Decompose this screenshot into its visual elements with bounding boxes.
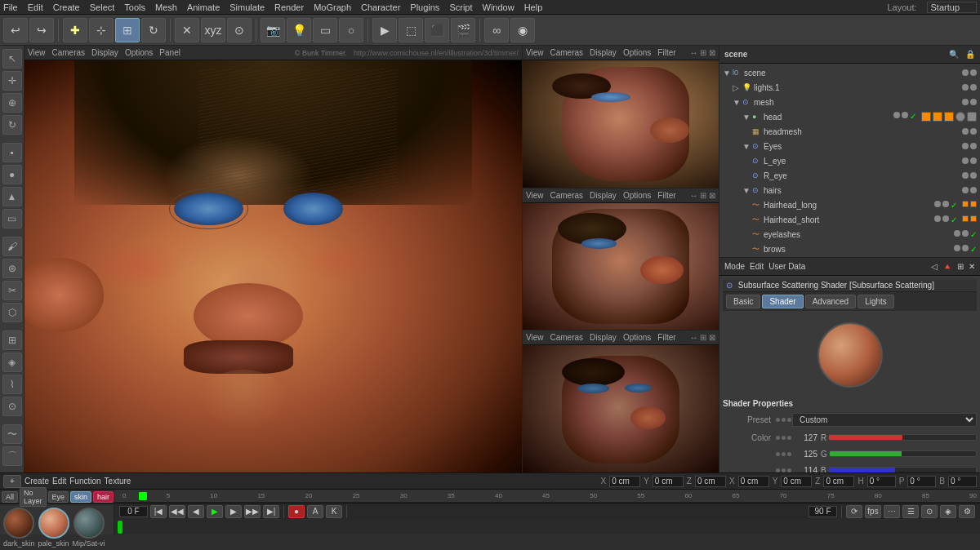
tab-lights[interactable]: Lights <box>858 295 894 308</box>
y2-input[interactable]: 0 cm <box>781 476 812 487</box>
ltool-cone[interactable]: ▲ <box>2 187 22 206</box>
p-input[interactable]: 0 ° <box>907 476 936 487</box>
btn-key[interactable]: K <box>326 505 342 518</box>
vp-panel[interactable]: Panel <box>159 48 180 57</box>
function-label[interactable]: Function <box>69 477 100 486</box>
tree-item-mesh[interactable]: ▼ ⊙ mesh <box>719 95 980 109</box>
main-viewport[interactable]: View Cameras Display Options Panel © Bun… <box>24 46 523 472</box>
btn-more[interactable]: ⋯ <box>884 505 900 518</box>
tab-basic[interactable]: Basic <box>726 295 760 308</box>
vp-mr-view[interactable]: View <box>526 191 544 200</box>
tree-item-lights[interactable]: ▷ 💡 lights.1 <box>719 80 980 95</box>
tl-add-layer[interactable]: + <box>3 475 21 488</box>
toolbar-undo[interactable]: ↩ <box>3 18 28 42</box>
tree-arrow-hairs[interactable]: ▼ <box>742 186 752 195</box>
ltool-curve[interactable]: 〜 <box>2 424 22 444</box>
z2-input[interactable]: 0 cm <box>823 476 854 487</box>
tab-advanced[interactable]: Advanced <box>805 295 856 308</box>
ltool-plane[interactable]: ▭ <box>2 209 22 228</box>
btn-next-frame[interactable]: ▶ <box>225 505 242 518</box>
btn-goto-end[interactable]: ▶| <box>263 505 279 518</box>
edit-label[interactable]: Edit <box>750 262 764 271</box>
menu-mesh[interactable]: Mesh <box>155 2 177 12</box>
menu-simulate[interactable]: Simulate <box>229 2 265 12</box>
filter-hair[interactable]: hair <box>93 491 114 503</box>
filter-skin[interactable]: skin <box>70 491 91 503</box>
tree-item-hairlong[interactable]: 〜 Hairhead_long ✓ <box>719 197 980 212</box>
btn-play[interactable]: ▶ <box>207 505 223 518</box>
tree-arrow-mesh[interactable]: ▼ <box>733 98 742 107</box>
props-icon2[interactable]: ⊞ <box>957 262 964 271</box>
tree-item-hairs[interactable]: ▼ ⊙ hairs <box>719 183 980 197</box>
vp-tr-view[interactable]: View <box>526 48 544 57</box>
g-slider[interactable] <box>829 450 977 457</box>
vp-display[interactable]: Display <box>91 48 118 57</box>
user-data-label[interactable]: User Data <box>768 262 805 271</box>
viewport-bottom-right[interactable]: View Cameras Display Options Filter ↔ ⊞ … <box>523 330 719 472</box>
toolbar-render-region[interactable]: ⬚ <box>399 18 423 42</box>
r-slider[interactable] <box>828 434 977 441</box>
filter-eye[interactable]: Eye <box>48 491 69 503</box>
toolbar-motion[interactable]: ◉ <box>510 18 535 42</box>
ltool-magnet[interactable]: ⊛ <box>2 259 22 278</box>
create-label[interactable]: Create <box>24 477 49 486</box>
menu-window[interactable]: Window <box>483 2 514 12</box>
menu-render[interactable]: Render <box>274 2 304 12</box>
vp-mr-display[interactable]: Display <box>590 191 617 200</box>
ltool-weld[interactable]: ⊙ <box>2 397 22 416</box>
tree-item-brows[interactable]: 〜 brows ✓ <box>719 242 980 256</box>
ltool-sphere[interactable]: ● <box>2 165 22 184</box>
menu-file[interactable]: File <box>3 2 18 12</box>
tree-item-hairshort[interactable]: 〜 Hairhead_short ✓ <box>719 212 980 227</box>
vp-tr-filter[interactable]: Filter <box>657 48 675 57</box>
btn-next-key[interactable]: ▶▶ <box>244 505 261 518</box>
toolbar-axis[interactable]: xyz <box>201 18 225 42</box>
vp-tr-options[interactable]: Options <box>623 48 651 57</box>
toolbar-move[interactable]: ⊹ <box>89 18 114 42</box>
btn-motion[interactable]: ⊙ <box>921 505 938 518</box>
toolbar-anim[interactable]: ∞ <box>484 18 509 42</box>
vp-tr-cameras[interactable]: Cameras <box>550 48 584 57</box>
vp-br-cameras[interactable]: Cameras <box>550 333 584 342</box>
timeline-playhead[interactable] <box>139 492 147 500</box>
menu-character[interactable]: Character <box>361 2 400 12</box>
tree-item-eyelashes[interactable]: 〜 eyelashes ✓ <box>719 227 980 242</box>
tree-arrow-eyes[interactable]: ▼ <box>742 142 752 151</box>
scene-lock-icon[interactable]: 🔒 <box>965 50 975 59</box>
toolbar-editor[interactable]: 🎬 <box>451 18 475 42</box>
viewport-mid-right[interactable]: View Cameras Display Options Filter ↔ ⊞ … <box>523 189 719 331</box>
menu-select[interactable]: Select <box>90 2 115 12</box>
tree-item-head[interactable]: ▼ ● head ✓ <box>719 109 980 124</box>
btn-record[interactable]: ● <box>288 505 305 518</box>
x2-input[interactable]: 0 cm <box>738 476 769 487</box>
toolbar-camera[interactable]: 📷 <box>261 18 285 42</box>
tree-item-reye[interactable]: ⊙ R_eye <box>719 168 980 183</box>
btn-fps[interactable]: fps <box>865 505 881 518</box>
ltool-move[interactable]: ✛ <box>2 71 22 91</box>
ltool-bridge[interactable]: ⌇ <box>2 375 22 394</box>
menu-mograph[interactable]: MoGraph <box>314 2 351 12</box>
frame-end-input[interactable]: 90 F <box>808 506 837 517</box>
texture-label[interactable]: Texture <box>105 477 131 486</box>
preset-select[interactable]: Custom <box>792 413 977 427</box>
h-input[interactable]: 0 ° <box>867 476 896 487</box>
layout-value[interactable]: Startup <box>927 2 977 13</box>
menu-help[interactable]: Help <box>524 2 543 12</box>
vp-br-options[interactable]: Options <box>623 333 651 342</box>
toolbar-floor[interactable]: ▭ <box>313 18 337 42</box>
viewport-top-right[interactable]: View Cameras Display Options Filter ↔ ⊞ … <box>523 46 719 189</box>
ltool-poly[interactable]: ⬡ <box>2 303 22 322</box>
btn-prev-frame[interactable]: ◀ <box>188 505 204 518</box>
toolbar-live-select[interactable]: ✚ <box>63 18 87 42</box>
filter-all[interactable]: All <box>2 491 18 503</box>
tree-item-headmesh[interactable]: ▦ headmesh <box>719 124 980 139</box>
tree-item-eyes[interactable]: ▼ ⊙ Eyes <box>719 139 980 153</box>
tab-shader[interactable]: Shader <box>762 295 803 308</box>
ltool-extrude[interactable]: ⊞ <box>2 330 22 350</box>
tree-item-scene[interactable]: ▼ l0 scene <box>719 65 980 80</box>
vp-br-display[interactable]: Display <box>590 333 617 342</box>
vp-mr-filter[interactable]: Filter <box>657 191 675 200</box>
b-input[interactable]: 0 ° <box>948 476 977 487</box>
current-frame-input[interactable]: 0 F <box>119 506 148 517</box>
tree-arrow-lights[interactable]: ▷ <box>733 83 742 92</box>
